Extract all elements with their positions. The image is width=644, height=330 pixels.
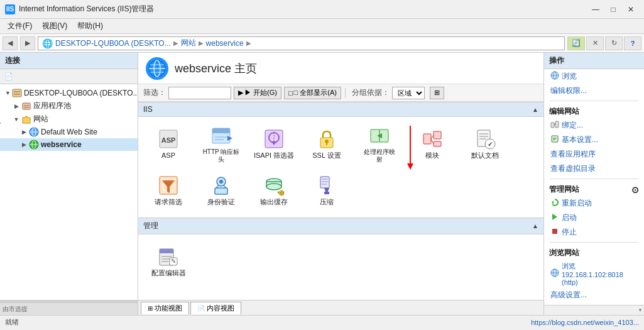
forward-button[interactable]: ▶ [20, 36, 35, 50]
tab-content-view[interactable]: 📄 内容视图 [190, 302, 241, 314]
icon-module[interactable]: 模块 [407, 122, 457, 166]
address-box[interactable]: 🌐 DESKTOP-LQUB0OA (DESKTO... ▶ 网站 ▶ webs… [38, 36, 565, 50]
http-icon [210, 124, 232, 147]
action-browse-link[interactable]: 浏览 192.168.1.102:8018(http) [544, 260, 644, 288]
filter-showall-btn[interactable]: □□ 全部显示(A) [284, 87, 341, 99]
icon-cache[interactable]: ⚙ 输出缓存 [249, 168, 299, 212]
defaultsite-icon [29, 127, 39, 137]
icon-req-filter[interactable]: 请求筛选 [143, 168, 194, 212]
center-panel: webservice 主页 筛选： ▶▶ 开始(G) □□ 全部显示(A) 分组… [138, 53, 543, 315]
minimize-button[interactable]: — [587, 3, 604, 16]
svg-rect-5 [24, 107, 29, 108]
tree-arrow-webservice: ▶ [20, 141, 28, 148]
filter-start-btn[interactable]: ▶▶ 开始(G) [234, 87, 281, 99]
http-label: HTTP 响应标头 [203, 148, 240, 163]
tree-item-sites[interactable]: ▼ 网站 [0, 113, 138, 126]
stop-nav-button[interactable]: ✕ [586, 36, 604, 50]
filter-label: 筛选： [143, 87, 166, 98]
cache-label: 输出缓存 [260, 198, 288, 206]
edit-site-header: 编辑网站 [544, 104, 644, 118]
action-view-apps[interactable]: 查看应用程序 [544, 147, 644, 162]
bind-label: 绑定... [562, 120, 583, 131]
main-layout: 连接 📄 ▼ DESKTOP-LQUB0OA (DESKTO... ▶ 应用程序… [0, 53, 644, 315]
svg-text:ASP: ASP [161, 136, 176, 144]
left-bottom-bar: 由市选提 [0, 302, 138, 315]
icon-isapi[interactable]: ISAPI 筛选器 [249, 122, 299, 166]
auth-label: 身份验证 [207, 198, 235, 206]
address-segment-site: 网站 [181, 38, 196, 48]
asp-label: ASP [161, 151, 175, 160]
mgmt-collapse-btn[interactable]: ▲ [532, 223, 538, 229]
module-label: 模块 [425, 151, 439, 160]
icon-auth[interactable]: 身份验证 [196, 168, 246, 212]
icon-default-doc[interactable]: ✓ 默认文档 [460, 122, 510, 166]
filter-group-label: 分组依据： [352, 87, 390, 98]
refresh-button[interactable]: 🔄 [567, 36, 585, 50]
svg-rect-41 [434, 141, 441, 146]
menu-help[interactable]: 帮助(H) [72, 19, 108, 33]
action-start[interactable]: 启动 [544, 211, 644, 225]
filter-view-btn[interactable]: ⊞ [430, 87, 444, 99]
tree-item-defaultsite[interactable]: ▶ Default Web Site [0, 126, 138, 138]
iis-section-header[interactable]: IIS ▲ [138, 102, 543, 117]
menu-view[interactable]: 视图(V) [37, 19, 72, 33]
icon-ssl[interactable]: SSL 设置 [302, 122, 352, 166]
icon-handler[interactable]: 处理程序映射 [354, 122, 405, 166]
icon-compress[interactable]: 压缩 [302, 168, 352, 212]
help-button[interactable]: ? [624, 36, 641, 50]
conn-new-btn[interactable]: 📄 [3, 71, 15, 82]
tree-item-webservice[interactable]: ▶ webservice [0, 138, 138, 151]
start-label: 启动 [562, 212, 577, 223]
config-editor-label: 配置编辑器 [151, 269, 186, 277]
server-icon [12, 88, 22, 98]
action-edit-perms[interactable]: 编辑权限... [544, 84, 644, 98]
divider1 [549, 101, 639, 101]
svg-line-42 [431, 135, 434, 139]
module-icon [421, 128, 444, 150]
mgmt-section-header[interactable]: 管理 ▲ [138, 217, 543, 234]
browse-link-icon [550, 268, 559, 279]
svg-rect-39 [423, 134, 431, 144]
svg-point-53 [219, 180, 223, 184]
action-browse[interactable]: 浏览 [544, 69, 644, 84]
status-left: 就绪 [5, 317, 19, 327]
svg-rect-3 [23, 103, 30, 109]
settings-icon [550, 135, 559, 145]
svg-line-43 [431, 139, 434, 144]
icon-asp[interactable]: ASP ASP [143, 122, 194, 166]
content-view-icon: 📄 [197, 305, 205, 312]
svg-point-59 [266, 184, 281, 190]
close-button[interactable]: ✕ [623, 3, 639, 16]
filter-group-dropdown[interactable]: 区域 [392, 87, 425, 99]
action-view-vdirs[interactable]: 查看虚拟目录 [544, 162, 644, 176]
action-restart[interactable]: 重新启动 [544, 196, 644, 211]
tab-feature-view[interactable]: ⊞ 功能视图 [141, 302, 189, 314]
action-basic-settings[interactable]: 基本设置... [544, 133, 644, 147]
iis-collapse-btn[interactable]: ▲ [532, 106, 538, 113]
connections-toolbar: 📄 [0, 69, 138, 84]
right-scroll-bar[interactable]: ▼ [544, 305, 644, 315]
menu-file[interactable]: 文件(F) [3, 19, 37, 33]
tree-item-server[interactable]: ▼ DESKTOP-LQUB0OA (DESKTO... [0, 87, 138, 99]
svg-rect-62 [320, 177, 329, 188]
icon-config-editor[interactable]: ✎ 配置编辑器 [143, 239, 194, 283]
back-button[interactable]: ◀ [3, 36, 18, 50]
icon-http[interactable]: HTTP 响应标头 [196, 122, 246, 166]
filter-input[interactable] [168, 87, 231, 99]
svg-rect-67 [324, 192, 329, 194]
action-advanced-settings[interactable]: 高级设置... [544, 288, 644, 302]
maximize-button[interactable]: □ [605, 3, 621, 16]
req-filter-icon [157, 174, 180, 197]
tree-label-server: DESKTOP-LQUB0OA (DESKTO... [24, 89, 138, 97]
connections-header: 连接 [0, 53, 138, 69]
refresh-btn2[interactable]: ↻ [605, 36, 623, 50]
action-bind[interactable]: 绑定... [544, 118, 644, 133]
svg-rect-79 [555, 121, 559, 128]
svg-rect-86 [552, 229, 557, 234]
svg-marker-84 [552, 201, 554, 204]
action-stop[interactable]: 停止 [544, 225, 644, 239]
tree-item-apppool[interactable]: ▶ 应用程序池 [0, 99, 138, 113]
ssl-icon [315, 128, 338, 150]
tree-label-sites: 网站 [33, 114, 48, 124]
svg-marker-85 [552, 214, 557, 220]
